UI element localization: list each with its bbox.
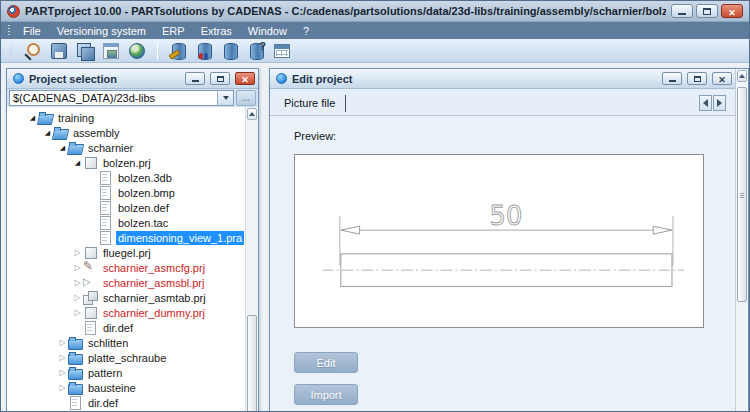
edit-project-maximize-button[interactable] <box>687 72 707 85</box>
tree-item[interactable]: ◢training <box>7 110 245 125</box>
tree-item-label: training <box>56 111 96 125</box>
tree-item-label: dimensioning_view_1.pra <box>116 231 244 245</box>
preview-window-icon[interactable] <box>101 41 121 61</box>
minimize-icon <box>669 80 676 82</box>
path-combobox[interactable]: $(CADENAS_DATA)/23d-libs <box>9 90 234 106</box>
search-icon[interactable] <box>23 41 43 61</box>
tree-item[interactable]: dimensioning_view_1.pra <box>7 230 245 245</box>
combobox-dropdown-button[interactable] <box>217 91 233 105</box>
chevron-down-icon <box>223 96 229 103</box>
db-question-icon[interactable] <box>246 41 266 61</box>
tab-scroll-right-button[interactable] <box>713 95 726 111</box>
file-icon <box>98 231 113 244</box>
tree-item[interactable]: ▷bausteine <box>7 380 245 395</box>
file-icon <box>83 321 98 334</box>
tree-item[interactable]: ▷schlitten <box>7 335 245 350</box>
titlebar: PARTproject 10.00 - PARTsolutions by CAD… <box>1 1 749 22</box>
scroll-up-button[interactable] <box>737 70 747 82</box>
maximize-button[interactable] <box>696 4 718 18</box>
project-tree-scrollbar[interactable] <box>245 107 258 411</box>
save-all-icon[interactable] <box>75 41 95 61</box>
menu-item-[interactable]: ? <box>295 24 317 38</box>
file-icon <box>98 216 113 229</box>
menu-item-versioning-system[interactable]: Versioning system <box>49 24 154 38</box>
folder-closed-icon <box>68 336 83 349</box>
close-button[interactable] <box>721 4 743 18</box>
window-title: PARTproject 10.00 - PARTsolutions by CAD… <box>25 5 666 17</box>
data-table-icon[interactable] <box>272 41 292 61</box>
edit-button[interactable]: Edit <box>294 352 358 373</box>
collapsed-arrow-icon[interactable]: ▷ <box>57 380 68 395</box>
collapsed-arrow-icon[interactable]: ▷ <box>72 290 83 305</box>
project-selection-minimize-button[interactable] <box>185 72 205 85</box>
save-icon[interactable] <box>49 41 69 61</box>
tree-item[interactable]: ▷scharnier_asmcfg.prj <box>7 260 245 275</box>
tree-item[interactable]: ▷fluegel.prj <box>7 245 245 260</box>
db-icon[interactable] <box>220 41 240 61</box>
tree-item-label: pattern <box>86 366 124 380</box>
window-controls <box>671 4 743 18</box>
close-icon <box>718 73 726 85</box>
file-icon <box>98 201 113 214</box>
project-selection-titlebar: Project selection <box>7 69 258 89</box>
browse-button[interactable]: ... <box>236 90 256 106</box>
collapsed-arrow-icon[interactable]: ▷ <box>57 365 68 380</box>
menubar: FileVersioning systemERPExtrasWindow? <box>1 22 749 39</box>
partproject-window: PARTproject 10.00 - PARTsolutions by CAD… <box>0 0 750 412</box>
tree-item-label: bolzen.prj <box>101 156 153 170</box>
bolzen-drawing: 50 <box>295 155 703 327</box>
tree-item[interactable]: ◢bolzen.prj <box>7 155 245 170</box>
edit-project-scrollbar[interactable] <box>735 69 748 411</box>
menu-item-window[interactable]: Window <box>240 24 295 38</box>
tree-item[interactable]: ▷platte_schraube <box>7 350 245 365</box>
tab-picture-file[interactable]: Picture file <box>284 95 346 112</box>
edit-project-close-button[interactable] <box>712 72 732 85</box>
tree-item[interactable]: ◢assembly <box>7 125 245 140</box>
expanded-arrow-icon[interactable]: ◢ <box>72 155 83 170</box>
scrollbar-thumb[interactable] <box>247 315 257 411</box>
globe-icon[interactable] <box>127 41 147 61</box>
tree-item[interactable]: ▷scharnier_asmtab.prj <box>7 290 245 305</box>
edit-project-minimize-button[interactable] <box>662 72 682 85</box>
tree-item[interactable]: bolzen.3db <box>7 170 245 185</box>
tree-item-label: scharnier_asmsbl.prj <box>101 276 206 290</box>
path-combo-row: $(CADENAS_DATA)/23d-libs ... <box>7 89 258 107</box>
tree-item[interactable]: ▷scharnier_dummy.prj <box>7 305 245 320</box>
collapsed-arrow-icon[interactable]: ▷ <box>57 335 68 350</box>
collapsed-arrow-icon[interactable]: ▷ <box>72 245 83 260</box>
tree-item[interactable]: ▷pattern <box>7 365 245 380</box>
collapsed-arrow-icon[interactable]: ▷ <box>57 350 68 365</box>
folder-closed-icon <box>68 351 83 364</box>
menu-item-extras[interactable]: Extras <box>193 24 240 38</box>
tree-item[interactable]: ▷scharnier_asmsbl.prj <box>7 275 245 290</box>
maximize-icon <box>703 8 711 15</box>
menubar-grip[interactable] <box>8 25 10 36</box>
db-users-icon[interactable] <box>194 41 214 61</box>
preview-image: 50 <box>294 154 704 328</box>
tree-item[interactable]: bolzen.def <box>7 200 245 215</box>
db-key-icon[interactable] <box>168 41 188 61</box>
import-button[interactable]: Import <box>294 384 358 405</box>
menu-item-erp[interactable]: ERP <box>154 24 193 38</box>
tree-item-label: platte_schraube <box>86 351 168 365</box>
collapsed-arrow-icon[interactable]: ▷ <box>72 260 83 275</box>
edit-project-titlebar: Edit project <box>270 69 735 89</box>
tree-item[interactable]: ◢scharnier <box>7 140 245 155</box>
scroll-up-button[interactable] <box>247 108 257 120</box>
collapsed-arrow-icon[interactable]: ▷ <box>72 305 83 320</box>
tree-item[interactable]: dir.def <box>7 320 245 335</box>
tree-item[interactable]: bolzen.tac <box>7 215 245 230</box>
tree-item[interactable]: dir.def <box>7 395 245 410</box>
project-selection-window: Project selection $(CADENAS_DATA)/23d-li… <box>6 68 259 411</box>
project-selection-close-button[interactable] <box>235 72 255 85</box>
project-selection-maximize-button[interactable] <box>210 72 230 85</box>
collapsed-arrow-icon[interactable]: ▷ <box>72 275 83 290</box>
tree-item[interactable]: bolzen.bmp <box>7 185 245 200</box>
tree-item-label: scharnier_asmtab.prj <box>101 291 208 305</box>
minimize-button[interactable] <box>671 4 693 18</box>
scrollbar-thumb[interactable] <box>737 87 747 302</box>
tab-scroll-left-button[interactable] <box>699 95 712 111</box>
toolbar-grip[interactable] <box>10 45 12 56</box>
toolbar <box>1 39 749 63</box>
menu-item-file[interactable]: File <box>15 24 49 38</box>
